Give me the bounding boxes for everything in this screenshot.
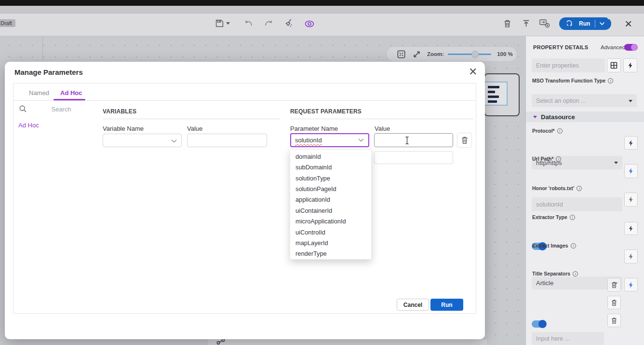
separator-bolt-button[interactable] xyxy=(624,278,638,291)
save-dropdown-caret-icon[interactable] xyxy=(226,22,230,25)
info-icon: i xyxy=(573,271,578,276)
redo-icon[interactable] xyxy=(264,19,274,28)
modal-title: Manage Parameters xyxy=(14,68,83,76)
run-chevron-down-icon[interactable] xyxy=(599,22,605,26)
chevron-down-icon xyxy=(358,138,364,142)
save-icon[interactable] xyxy=(215,19,224,28)
zoom-value: 100 % xyxy=(497,51,513,57)
dropdown-option[interactable]: solutionPageId xyxy=(290,183,371,194)
draft-status-badge: Draft xyxy=(0,19,15,27)
lightning-icon xyxy=(628,167,634,175)
variable-name-select[interactable] xyxy=(103,134,182,147)
url-path-label: Url Path*i xyxy=(532,156,561,162)
variable-value-header: Value xyxy=(187,125,202,132)
info-icon: i xyxy=(571,243,576,248)
parameter-name-header: Parameter Name xyxy=(290,125,338,132)
parameter-value-header: Value xyxy=(375,125,390,132)
lightning-icon xyxy=(628,281,634,289)
url-path-bolt-button[interactable] xyxy=(624,164,638,178)
chevron-down-icon xyxy=(171,139,177,143)
separator-delete-button[interactable] xyxy=(607,296,621,309)
info-icon: i xyxy=(570,215,575,220)
modal-run-button[interactable]: Run xyxy=(430,299,463,311)
zoom-slider-handle[interactable] xyxy=(471,51,479,58)
dropdown-option[interactable]: renderType xyxy=(290,248,371,259)
request-params-heading: REQUEST PARAMETERS xyxy=(290,108,362,115)
delete-parameter-button[interactable] xyxy=(457,133,472,148)
grid-view-button[interactable] xyxy=(607,58,621,72)
preview-eye-icon[interactable] xyxy=(304,20,315,28)
dropdown-option[interactable]: uiControlId xyxy=(290,227,371,237)
text-cursor-icon xyxy=(404,136,410,145)
zoom-slider[interactable] xyxy=(448,54,491,55)
mso-transform-select[interactable]: Select an option ... xyxy=(532,94,637,107)
bottom-panel-edge xyxy=(208,339,487,345)
mapping-bolt-button[interactable] xyxy=(623,58,637,72)
search-input[interactable] xyxy=(30,104,93,114)
dropdown-option[interactable]: uiContainerId xyxy=(290,205,371,216)
images-bolt-button[interactable] xyxy=(624,249,638,263)
url-path-input[interactable]: solutionId xyxy=(532,197,622,211)
trash-icon xyxy=(611,281,617,289)
modal-close-icon[interactable]: ✕ xyxy=(469,66,477,78)
cancel-button[interactable]: Cancel xyxy=(397,299,429,311)
dropdown-option[interactable]: subDomainId xyxy=(290,162,371,172)
dropdown-option[interactable]: applicationId xyxy=(290,194,371,205)
run-divider xyxy=(595,20,595,28)
parameter-name-combobox[interactable]: solutionId xyxy=(290,133,369,147)
request-params-rule xyxy=(290,119,473,119)
pipeline-add-icon[interactable] xyxy=(539,18,550,28)
dropdown-option[interactable]: mapLayerId xyxy=(290,237,371,248)
grid-icon xyxy=(610,62,617,69)
collapse-chevron-icon xyxy=(533,116,537,118)
trash-icon xyxy=(611,317,617,324)
mso-transform-label: MSO Transform Function Typei xyxy=(532,78,613,83)
info-icon: i xyxy=(608,78,613,83)
separator-delete-button[interactable] xyxy=(607,314,621,327)
datasource-section-header[interactable]: Datasource xyxy=(526,111,644,122)
publish-upload-icon[interactable] xyxy=(522,19,530,28)
dropdown-option[interactable]: microApplicationId xyxy=(290,216,371,226)
fit-to-screen-icon[interactable] xyxy=(397,50,406,59)
parameter-value-input[interactable] xyxy=(374,133,453,147)
node-list-icon xyxy=(484,82,508,106)
close-workspace-icon[interactable]: × xyxy=(625,16,632,31)
undo-icon[interactable] xyxy=(243,19,253,28)
new-separator-input[interactable] xyxy=(532,332,604,345)
protocol-bolt-button[interactable] xyxy=(624,136,638,150)
workflow-node[interactable] xyxy=(484,73,520,116)
tab-ad-hoc[interactable]: Ad Hoc xyxy=(60,89,82,97)
chevron-down-icon xyxy=(614,162,618,164)
lightning-icon xyxy=(627,62,634,69)
top-black-bar xyxy=(0,0,644,6)
link-nodes-icon[interactable] xyxy=(216,338,228,345)
extractor-bolt-button[interactable] xyxy=(624,222,638,235)
sidebar-item-ad-hoc[interactable]: Ad Hoc xyxy=(18,122,39,129)
dropdown-option[interactable]: domainId xyxy=(290,151,371,162)
tab-named[interactable]: Named xyxy=(29,89,49,97)
clean-broom-icon[interactable] xyxy=(284,18,294,28)
run-button-label: Run xyxy=(579,20,590,27)
enter-properties-input[interactable] xyxy=(532,58,605,72)
delete-trash-icon[interactable] xyxy=(503,19,511,28)
property-details-panel: PROPERTY DETAILS Advanced MSO Transform … xyxy=(525,36,644,345)
parameter-value-input-2[interactable] xyxy=(374,151,453,164)
separator-delete-button[interactable] xyxy=(607,278,621,291)
variable-value-input[interactable] xyxy=(187,134,267,147)
top-gray-strip xyxy=(0,6,644,14)
chevron-down-icon xyxy=(629,100,632,102)
parameter-options-dropdown: domainId subDomainId solutionType soluti… xyxy=(290,149,372,260)
variables-rule xyxy=(103,119,281,119)
run-button[interactable]: Run xyxy=(559,17,611,30)
dropdown-option[interactable]: solutionType xyxy=(290,173,371,183)
extractor-type-label: Extractor Typei xyxy=(532,214,575,220)
datasource-title: Datasource xyxy=(541,113,575,121)
search-icon xyxy=(19,105,27,115)
manage-parameters-modal: Manage Parameters ✕ Named Ad Hoc Ad Hoc … xyxy=(5,62,485,339)
advanced-toggle[interactable] xyxy=(624,44,638,51)
extract-images-label: Extract Imagesi xyxy=(532,243,576,248)
extract-images-toggle[interactable] xyxy=(532,320,546,328)
robots-bolt-button[interactable] xyxy=(624,193,638,207)
expand-icon[interactable] xyxy=(413,50,421,58)
run-arrow-icon xyxy=(567,20,575,27)
